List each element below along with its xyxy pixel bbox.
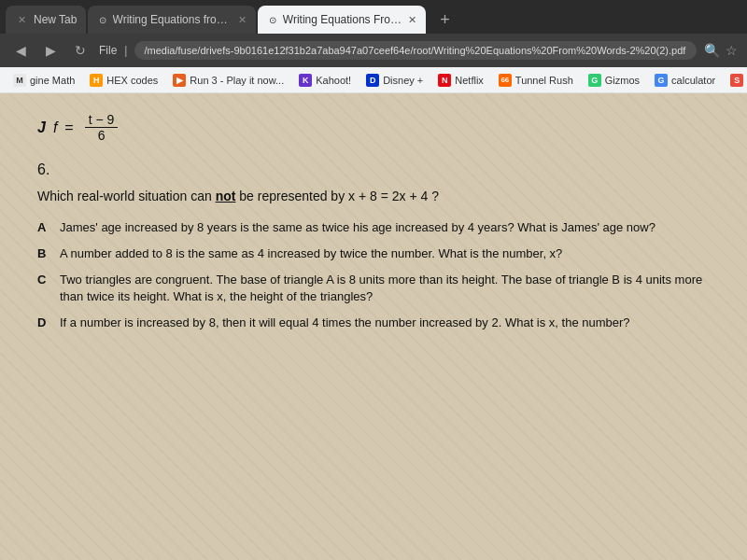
choice-a-text: James' age increased by 8 years is the s…: [60, 219, 710, 236]
page-content: J f = t − 9 6 6. Which real-world situat…: [0, 93, 747, 560]
refresh-button[interactable]: ↻: [69, 39, 92, 62]
choice-c-text: Two triangles are congruent. The base of…: [60, 272, 710, 305]
bookmark-kahoot-label: Kahoot!: [316, 75, 351, 86]
choice-d-text: If a number is increased by 8, then it w…: [60, 315, 710, 331]
choice-d: D If a number is increased by 8, then it…: [37, 315, 710, 331]
url-bar[interactable]: /media/fuse/drivefs-9b0161e12f31b2a7aba9…: [134, 41, 697, 60]
bookmark-hex-codes[interactable]: H HEX codes: [84, 72, 163, 89]
question-text-after: be represented by x + 8 = 2x + 4 ?: [235, 189, 439, 203]
choice-b: B A number added to 8 is the same as 4 i…: [37, 245, 710, 262]
bookmark-calculator[interactable]: G calculator: [649, 72, 721, 89]
question-text-before: Which real-world situation can: [37, 189, 216, 203]
tab-bar: ✕ New Tab ⊙ Writing Equations from Word …: [0, 0, 747, 34]
bookmark-calculator-label: calculator: [671, 75, 715, 86]
file-label: File: [99, 44, 117, 57]
question-number: 6.: [37, 161, 710, 178]
tunnel-rush-icon: 66: [499, 74, 512, 87]
bookmark-gine-math[interactable]: M gine Math: [7, 72, 80, 89]
bookmark-disney-label: Disney +: [383, 75, 423, 86]
fraction-numerator: t − 9: [85, 112, 119, 128]
choice-c-letter: C: [37, 272, 50, 305]
bookmark-run3-label: Run 3 - Play it now...: [190, 75, 284, 86]
bookmark-netflix-label: Netflix: [455, 75, 484, 86]
netflix-icon: N: [438, 74, 451, 87]
question-text: Which real-world situation can not be re…: [37, 188, 710, 206]
tab-icon-3: ⊙: [267, 13, 276, 26]
bookmark-tunnel-label: Tunnel Rush: [515, 75, 573, 86]
tab-label-2: Writing Equations from Word Pr...: [113, 13, 233, 26]
calculator-icon: G: [655, 74, 668, 87]
bookmark-kahoot[interactable]: K Kahoot!: [293, 72, 357, 89]
bookmark-gine-math-label: gine Math: [30, 75, 75, 86]
choice-a-letter: A: [37, 219, 50, 236]
eq-j-label: J: [37, 119, 46, 136]
address-bar: ◀ ▶ ↻ File | /media/fuse/drivefs-9b0161e…: [0, 34, 747, 67]
tab-close-3[interactable]: ✕: [407, 13, 416, 26]
fraction-denominator: 6: [94, 128, 109, 143]
run3-icon: ▶: [173, 74, 186, 87]
address-icons: 🔍 ☆: [704, 43, 738, 58]
tab-new-tab[interactable]: ✕ New Tab: [6, 6, 86, 34]
tab-close-1[interactable]: ✕: [15, 13, 28, 26]
bookmark-hex-label: HEX codes: [106, 75, 158, 86]
choice-a: A James' age increased by 8 years is the…: [37, 219, 710, 236]
search-icon[interactable]: 🔍: [704, 43, 720, 58]
back-button[interactable]: ◀: [9, 39, 32, 62]
kahoot-icon: K: [299, 74, 312, 87]
hex-codes-icon: H: [90, 74, 103, 87]
bookmark-disney[interactable]: D Disney +: [360, 72, 429, 89]
choice-c: C Two triangles are congruent. The base …: [37, 272, 710, 305]
forward-button[interactable]: ▶: [39, 39, 62, 62]
socrativ-icon: S: [730, 74, 743, 87]
tab-close-2[interactable]: ✕: [237, 13, 247, 26]
bookmark-gizmos-label: Gizmos: [605, 75, 640, 86]
choice-d-letter: D: [37, 315, 50, 331]
bookmark-netflix[interactable]: N Netflix: [432, 72, 489, 89]
tab-writing-eq1[interactable]: ⊙ Writing Equations from Word Pr... ✕: [88, 6, 256, 34]
disney-icon: D: [366, 74, 379, 87]
browser-chrome: ✕ New Tab ⊙ Writing Equations from Word …: [0, 0, 747, 93]
bookmark-star-icon[interactable]: ☆: [726, 43, 738, 58]
question-bold-text: not: [216, 189, 236, 203]
choice-b-letter: B: [37, 245, 50, 262]
fraction: t − 9 6: [85, 112, 119, 143]
equation-j: J f = t − 9 6: [37, 112, 710, 143]
bookmark-tunnel-rush[interactable]: 66 Tunnel Rush: [493, 72, 579, 89]
path-separator: |: [124, 44, 127, 57]
choice-b-text: A number added to 8 is the same as 4 inc…: [60, 245, 710, 262]
tab-label-1: New Tab: [34, 13, 77, 26]
bookmark-gizmos[interactable]: G Gizmos: [583, 72, 645, 89]
gine-math-icon: M: [13, 74, 26, 87]
new-tab-button[interactable]: +: [431, 7, 458, 33]
tab-icon-2: ⊙: [97, 13, 106, 26]
gizmos-icon: G: [588, 74, 601, 87]
tab-writing-eq2[interactable]: ⊙ Writing Equations From Words 2 ✕: [258, 6, 426, 34]
bookmark-run3[interactable]: ▶ Run 3 - Play it now...: [167, 72, 289, 89]
eq-variable: f: [53, 119, 57, 136]
bookmarks-bar: M gine Math H HEX codes ▶ Run 3 - Play i…: [0, 67, 747, 93]
bookmark-socrativ[interactable]: S Socrativ: [725, 72, 747, 89]
eq-equals: =: [64, 119, 73, 136]
tab-label-3: Writing Equations From Words 2: [283, 13, 402, 26]
